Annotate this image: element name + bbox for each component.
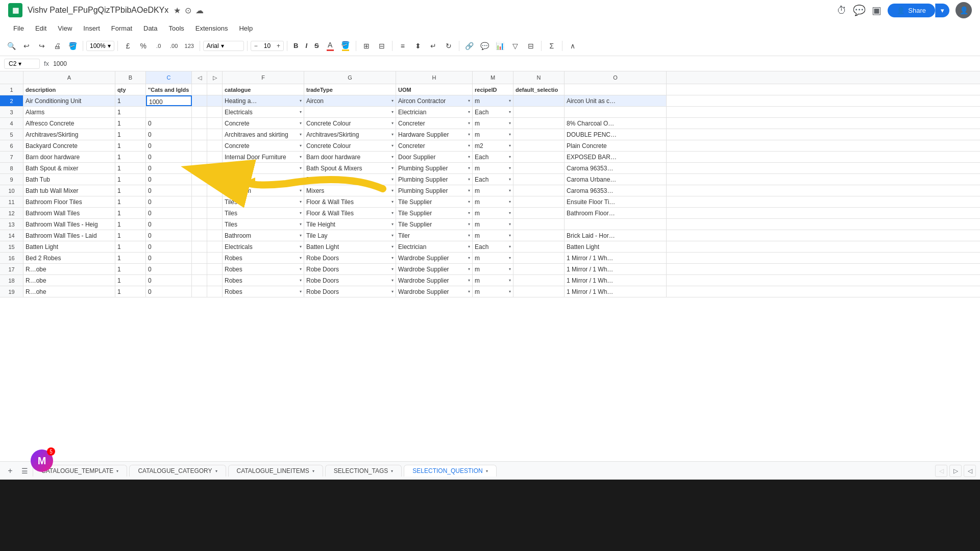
sheet-menu-button[interactable]: ☰ [18, 465, 31, 477]
currency-icon[interactable]: £ [121, 39, 135, 53]
cell-c2[interactable]: 1000 [146, 95, 192, 106]
cell-h12[interactable]: Tile Supplier▾ [396, 208, 473, 218]
cell-d14[interactable] [192, 230, 207, 241]
font-size-increase[interactable]: + [274, 41, 283, 51]
cell-b9[interactable]: 1 [115, 174, 146, 185]
cell-b2[interactable]: 1 [115, 95, 146, 106]
cell-m10[interactable]: m▾ [473, 185, 513, 196]
cell-b3[interactable]: 1 [115, 107, 146, 117]
cell-n12[interactable] [513, 208, 565, 218]
cell-g10[interactable]: Mixers▾ [304, 185, 396, 196]
col-header-h[interactable]: H [396, 71, 473, 84]
cell-d7[interactable] [192, 152, 207, 162]
menu-data[interactable]: Data [138, 22, 162, 34]
cell-f4[interactable]: Concrete▾ [223, 118, 304, 129]
cell-b17[interactable]: 1 [115, 264, 146, 274]
undo-icon[interactable]: ↩ [19, 39, 34, 53]
cell-o16[interactable]: 1 Mirror / 1 Wh… [565, 253, 667, 263]
cell-h16[interactable]: Wardrobe Supplier▾ [396, 253, 473, 263]
insert-comment-button[interactable]: 💬 [478, 39, 492, 53]
cell-g16[interactable]: Robe Doors▾ [304, 253, 396, 263]
cell-m13[interactable]: m▾ [473, 219, 513, 230]
cell-a4[interactable]: Alfresco Concrete [23, 118, 115, 129]
cell-o5[interactable]: DOUBLE PENC… [565, 129, 667, 140]
cell-g17[interactable]: Robe Doors▾ [304, 264, 396, 274]
cell-d8[interactable] [192, 163, 207, 173]
cell-m9[interactable]: Each▾ [473, 174, 513, 185]
cell-n19[interactable] [513, 286, 565, 297]
cell-n9[interactable] [513, 174, 565, 185]
cell-g6[interactable]: Concrete Colour▾ [304, 140, 396, 151]
cell-g12[interactable]: Floor & Wall Tiles▾ [304, 208, 396, 218]
cell-m5[interactable]: m▾ [473, 129, 513, 140]
cloud-icon[interactable]: ☁ [195, 6, 204, 15]
zoom-control[interactable]: 100% ▾ [86, 41, 114, 51]
cell-a10[interactable]: Bath tub Wall Mixer [23, 185, 115, 196]
cell-m18[interactable]: m▾ [473, 275, 513, 286]
cell-d11[interactable] [192, 196, 207, 207]
cell-e10[interactable] [207, 185, 223, 196]
cell-a12[interactable]: Bathroom Wall Tiles [23, 208, 115, 218]
cell-f17[interactable]: Robes▾ [223, 264, 304, 274]
cell-b11[interactable]: 1 [115, 196, 146, 207]
share-dropdown-button[interactable]: ▾ [935, 4, 949, 17]
cell-a13[interactable]: Bathroom Wall Tiles - Heig [23, 219, 115, 230]
cell-c17[interactable]: 0 [146, 264, 192, 274]
cell-e1[interactable] [207, 84, 223, 95]
cell-m1[interactable]: recipeID [473, 84, 513, 95]
cell-reference-box[interactable]: C2 ▾ [4, 59, 40, 69]
col-g-resize[interactable] [394, 71, 396, 84]
history-icon[interactable]: ⏱ [837, 5, 847, 16]
cell-n17[interactable] [513, 264, 565, 274]
cell-a14[interactable]: Bathroom Wall Tiles - Laid [23, 230, 115, 241]
borders-button[interactable]: ⊞ [359, 39, 374, 53]
menu-extensions[interactable]: Extensions [190, 22, 233, 34]
cell-n15[interactable] [513, 241, 565, 252]
user-avatar[interactable]: 👤 [955, 2, 972, 18]
cell-b14[interactable]: 1 [115, 230, 146, 241]
cell-e7[interactable] [207, 152, 223, 162]
cell-n16[interactable] [513, 253, 565, 263]
cell-g2[interactable]: Aircon▾ [304, 95, 396, 106]
cell-n10[interactable] [513, 185, 565, 196]
cell-c8[interactable]: 0 [146, 163, 192, 173]
cell-o17[interactable]: 1 Mirror / 1 Wh… [565, 264, 667, 274]
cell-e12[interactable] [207, 208, 223, 218]
cell-d6[interactable] [192, 140, 207, 151]
cell-h6[interactable]: Concreter▾ [396, 140, 473, 151]
fill-color-button[interactable]: 🪣 [338, 39, 353, 53]
cell-f16[interactable]: Robes▾ [223, 253, 304, 263]
cell-f1[interactable]: catalogue [223, 84, 304, 95]
cell-n5[interactable] [513, 129, 565, 140]
cell-o19[interactable]: 1 Mirror / 1 Wh… [565, 286, 667, 297]
cell-a11[interactable]: Bathroom Floor Tiles [23, 196, 115, 207]
tab-prev-button[interactable]: ◁ [935, 465, 947, 477]
cell-e13[interactable] [207, 219, 223, 230]
cell-m14[interactable]: m▾ [473, 230, 513, 241]
cell-n1[interactable]: default_selectio [513, 84, 565, 95]
cell-o3[interactable] [565, 107, 667, 117]
cell-e8[interactable] [207, 163, 223, 173]
cell-c14[interactable]: 0 [146, 230, 192, 241]
filter-views-button[interactable]: ⊟ [524, 39, 538, 53]
format-number-icon[interactable]: 123 [182, 39, 197, 53]
tab-catalogue-category[interactable]: CATALOGUE_CATEGORY ▾ [129, 465, 226, 477]
cell-g9[interactable]: Baths▾ [304, 174, 396, 185]
font-selector[interactable]: Arial ▾ [203, 41, 244, 51]
cell-a5[interactable]: Architraves/Skirting [23, 129, 115, 140]
cell-h17[interactable]: Wardrobe Supplier▾ [396, 264, 473, 274]
menu-help[interactable]: Help [234, 22, 258, 34]
cell-e19[interactable] [207, 286, 223, 297]
tab-selection-question[interactable]: SELECTION_QUESTION ▾ [404, 465, 496, 477]
cell-f3[interactable]: Electricals▾ [223, 107, 304, 117]
cell-e3[interactable] [207, 107, 223, 117]
cell-e2[interactable] [207, 95, 223, 106]
cell-h3[interactable]: Electrician▾ [396, 107, 473, 117]
cell-c3[interactable] [146, 107, 192, 117]
cell-b18[interactable]: 1 [115, 275, 146, 286]
cell-d5[interactable] [192, 129, 207, 140]
cell-d9[interactable] [192, 174, 207, 185]
menu-insert[interactable]: Insert [78, 22, 105, 34]
cell-o14[interactable]: Brick Laid - Hor… [565, 230, 667, 241]
cell-n8[interactable] [513, 163, 565, 173]
